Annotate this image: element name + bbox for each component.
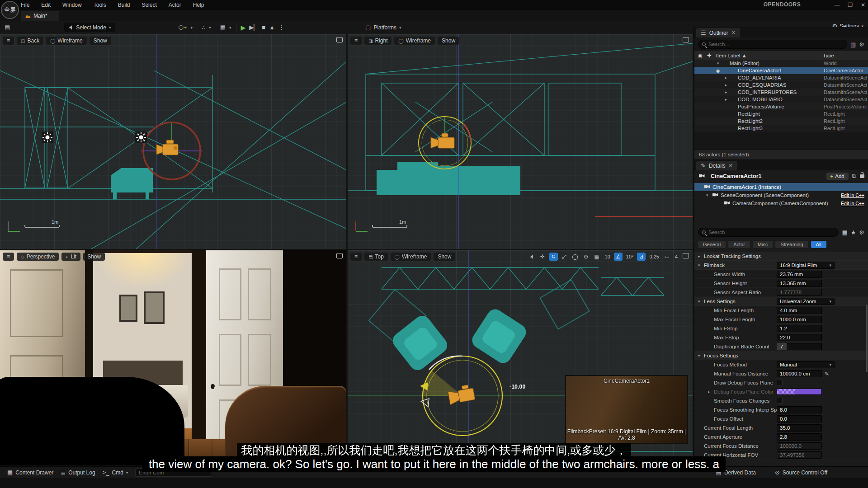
view-mode-dropdown[interactable]: ◐Lit xyxy=(61,253,80,261)
surface-snap-icon[interactable]: ⊕ xyxy=(582,253,590,261)
close-tab-icon[interactable]: ✕ xyxy=(729,163,733,169)
menu-item[interactable]: Window xyxy=(62,2,82,8)
view-mode-dropdown[interactable]: ◯Wireframe xyxy=(46,37,87,45)
property-input[interactable]: 35.0 xyxy=(777,424,822,432)
show-dropdown[interactable]: Show xyxy=(83,253,105,261)
eye-icon[interactable]: ◉ xyxy=(712,68,723,73)
play-options-icon[interactable]: ⋮ xyxy=(278,24,284,31)
visibility-column-icon[interactable]: ◉ xyxy=(698,52,703,59)
filter-pill[interactable]: Streaming xyxy=(775,241,808,248)
viewport-menu-button[interactable]: ≡ xyxy=(3,253,14,261)
expand-arrow-icon[interactable] xyxy=(723,75,729,80)
details-settings-icon[interactable]: ⚙ xyxy=(859,229,864,236)
component-row[interactable]: SceneComponent (SceneComponent) Edit in … xyxy=(694,191,868,199)
scale-snap-icon[interactable]: ⊿ xyxy=(637,253,646,261)
color-swatch[interactable] xyxy=(777,389,822,395)
view-direction-dropdown[interactable]: ◨Right xyxy=(364,37,392,45)
property-input[interactable]: 2.8 xyxy=(777,433,822,441)
rotate-tool-icon[interactable]: ↻ xyxy=(549,253,558,261)
menu-item[interactable]: Edit xyxy=(41,2,51,8)
property-input[interactable]: 1.2 xyxy=(777,325,822,332)
expand-arrow-icon[interactable] xyxy=(723,97,729,102)
viewport-menu-button[interactable]: ≡ xyxy=(350,37,362,45)
view-direction-dropdown[interactable]: ◇Perspective xyxy=(17,253,59,261)
menu-item[interactable]: Build xyxy=(118,2,130,8)
add-actor-icon[interactable]: ⬡+ xyxy=(178,24,187,31)
outliner-row[interactable]: ◉ COD_ALVENARIA DatasmithSceneActor xyxy=(694,74,868,81)
expand-arrow-icon[interactable] xyxy=(708,389,714,394)
select-tool-icon[interactable]: ➤ xyxy=(526,251,537,263)
expand-arrow-icon[interactable] xyxy=(723,83,729,87)
outliner-row[interactable]: ◉ RectLight3 RectLight xyxy=(694,125,868,132)
outliner-row[interactable]: ◉ Main (Editor) World xyxy=(694,60,868,67)
expand-arrow-icon[interactable] xyxy=(715,61,721,66)
tab-outliner[interactable]: ☰ Outliner ✕ xyxy=(696,28,740,38)
filter-pill[interactable]: Misc xyxy=(753,241,773,248)
select-mode-dropdown[interactable]: ➤ Select Mode▾ xyxy=(64,23,115,32)
menu-item[interactable]: Help xyxy=(193,2,204,8)
property-input[interactable]: 1000.0 mm xyxy=(777,316,822,323)
type-column[interactable]: Type xyxy=(823,53,864,58)
close-tab-icon[interactable]: ✕ xyxy=(731,30,736,36)
world-coordinate-icon[interactable]: ◯ xyxy=(571,253,580,261)
add-component-button[interactable]: +Add xyxy=(826,173,849,180)
maximize-viewport-icon[interactable] xyxy=(683,37,689,42)
lock-icon[interactable] xyxy=(860,174,864,178)
viewport-menu-button[interactable]: ≡ xyxy=(350,253,362,261)
property-input[interactable]: 8.0 xyxy=(777,406,822,413)
blueprints-icon[interactable]: ∴ xyxy=(202,24,205,31)
new-folder-icon[interactable]: ▥ xyxy=(850,41,856,48)
edit-in-cpp-link[interactable]: Edit in C++ xyxy=(841,192,864,198)
expand-arrow-icon[interactable] xyxy=(698,299,704,304)
view-mode-dropdown[interactable]: ◯Wireframe xyxy=(391,253,431,261)
outliner-search-input[interactable] xyxy=(708,42,843,47)
property-input[interactable]: 13.365 mm xyxy=(777,280,822,287)
menu-item[interactable]: Select xyxy=(142,2,156,8)
view-direction-dropdown[interactable]: ⬒Top xyxy=(364,253,388,261)
scale-snap-value[interactable]: 0.25 xyxy=(648,254,660,259)
property-slider[interactable]: 7 xyxy=(777,343,822,350)
browse-blueprint-icon[interactable]: ⧉ xyxy=(852,173,856,180)
maximize-viewport-icon[interactable] xyxy=(336,37,343,42)
view-mode-dropdown[interactable]: ◯Wireframe xyxy=(394,37,435,45)
rotation-snap-icon[interactable]: ∠ xyxy=(614,253,623,261)
outliner-row[interactable]: ◉ CineCameraActor1 CineCameraActor xyxy=(694,67,868,74)
play-button[interactable]: ▶ xyxy=(241,24,246,31)
expand-arrow-icon[interactable] xyxy=(698,353,704,358)
component-row[interactable]: CameraComponent (CameraComponent) Edit i… xyxy=(694,199,868,207)
camera-speed-value[interactable]: 4 xyxy=(674,254,679,259)
move-tool-icon[interactable]: ✛ xyxy=(538,253,547,261)
property-input[interactable]: 4.0 mm xyxy=(777,307,822,314)
outliner-row[interactable]: ◉ RectLight RectLight xyxy=(694,110,868,117)
pin-column-icon[interactable]: ✚ xyxy=(707,52,712,59)
viewport-back[interactable]: 1m ≡ ◫Back ◯Wireframe Show xyxy=(0,34,346,249)
show-dropdown[interactable]: Show xyxy=(90,37,111,45)
menu-item[interactable]: Actor xyxy=(169,2,181,8)
minimize-button[interactable]: — xyxy=(834,2,840,8)
property-input[interactable]: 100000.0 cm xyxy=(777,370,822,377)
menu-item[interactable]: Tools xyxy=(94,2,106,8)
eyedropper-icon[interactable]: ✐ xyxy=(823,371,830,375)
property-checkbox[interactable] xyxy=(777,380,783,385)
maximize-viewport-icon[interactable] xyxy=(336,253,343,258)
viewport-top[interactable]: -10.00 CineCameraActor1 FilmbackPreset: … xyxy=(348,250,693,465)
viewport-right[interactable]: 1m ≡ ◨Right ◯Wireframe Show xyxy=(348,34,693,249)
property-dropdown[interactable]: Manual▾ xyxy=(777,361,835,368)
details-search-input[interactable] xyxy=(708,230,835,235)
property-input[interactable]: 22.0 xyxy=(777,334,822,341)
details-scrollbar[interactable] xyxy=(866,305,868,372)
filter-pill[interactable]: Actor xyxy=(728,241,750,248)
close-button[interactable]: ✕ xyxy=(861,2,865,8)
outliner-row[interactable]: ◉ COD_MOBILIARIO DatasmithSceneActor xyxy=(694,96,868,103)
cinematics-icon[interactable]: ▦ xyxy=(220,24,226,31)
property-dropdown[interactable]: 16:9 Digital Film▾ xyxy=(777,262,835,269)
scale-tool-icon[interactable]: ⤢ xyxy=(560,253,569,261)
grid-snap-value[interactable]: 10 xyxy=(604,254,612,259)
maximize-button[interactable]: ❐ xyxy=(848,2,853,8)
eject-button[interactable]: ▲ xyxy=(269,24,275,31)
expand-arrow-icon[interactable] xyxy=(698,263,704,267)
favorites-icon[interactable]: ★ xyxy=(851,229,856,236)
menu-item[interactable]: File xyxy=(21,2,29,8)
platforms-dropdown[interactable]: ▢ Platforms▾ xyxy=(361,23,406,32)
tab-main-level[interactable]: Main* xyxy=(21,11,59,21)
